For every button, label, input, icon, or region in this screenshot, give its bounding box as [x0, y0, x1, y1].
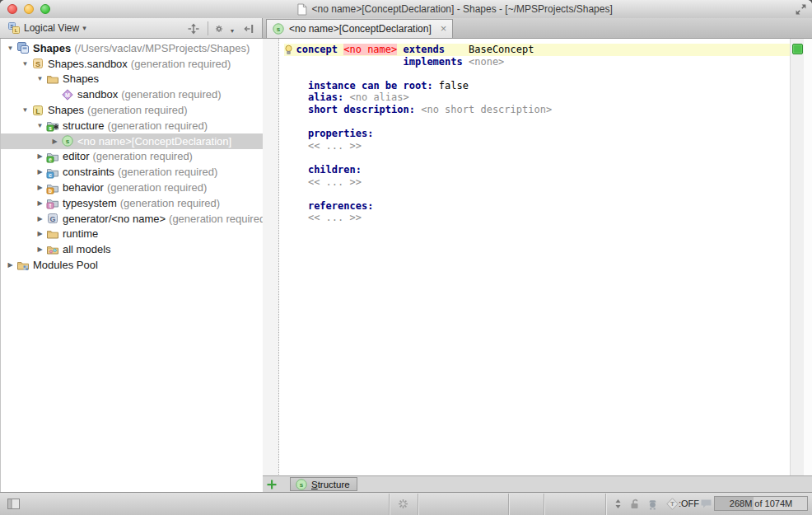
close-icon[interactable]: ×	[441, 25, 447, 33]
hector-inspector-icon[interactable]	[646, 497, 660, 511]
tree-row-shapes[interactable]: ▼Shapes(/Users/vaclav/MPSProjects/Shapes…	[1, 40, 263, 56]
error-stripe[interactable]	[790, 39, 804, 476]
tree-row-shapes-sandbox[interactable]: ▼SShapes.sandbox(generation required)	[1, 56, 263, 72]
concept-icon: s	[60, 134, 74, 147]
code-segment: << ... >>	[308, 212, 362, 223]
expand-arrow-icon[interactable]: ▶	[35, 215, 45, 222]
editor-line[interactable]: short description: <no short description…	[284, 104, 791, 116]
code-segment: references:	[308, 200, 373, 212]
tree-row-editor[interactable]: ▶eeditor(generation required)	[1, 149, 263, 165]
model-icon: M	[60, 88, 74, 101]
editor-line[interactable]: concept <no name> extends BaseConcept	[284, 44, 791, 56]
typesystem-toggle-label[interactable]: :OFF	[679, 499, 699, 508]
code-segment: properties:	[308, 128, 373, 139]
expand-arrow-icon[interactable]: ▼	[20, 106, 30, 114]
title-bar[interactable]: <no name>[ConceptDeclaration] - Shapes -…	[0, 0, 812, 19]
tree-item-label: Shapes	[33, 42, 71, 54]
tree-row-generator-no-name[interactable]: ▶Ggenerator/<no name>(generation require…	[1, 211, 263, 227]
code-segment: <none>	[469, 56, 504, 68]
editor-line[interactable]: properties:	[284, 128, 791, 140]
expand-arrow-icon[interactable]: ▶	[49, 138, 60, 145]
expand-arrow-icon[interactable]: ▼	[5, 44, 16, 52]
toggle-toolwindows-button[interactable]	[7, 497, 21, 511]
generator-icon: G	[45, 212, 59, 225]
tree-indent	[1, 171, 35, 172]
hide-panel-button[interactable]	[242, 21, 257, 36]
editor-line[interactable]	[284, 68, 791, 80]
tree-row-modules-pool[interactable]: ▶Modules Pool	[1, 257, 263, 273]
memory-indicator[interactable]: 268M of 1074M	[714, 496, 808, 511]
notifications-icon[interactable]	[699, 497, 713, 511]
tree-row-runtime[interactable]: ▶runtime	[1, 227, 263, 242]
code-segment	[397, 44, 403, 55]
view-selector-dropdown[interactable]: SL Logical View ▾	[3, 20, 91, 36]
application-window: <no name>[ConceptDeclaration] - Shapes -…	[0, 0, 812, 515]
editor-line[interactable]: children:	[284, 164, 791, 176]
editor-line[interactable]: << ... >>	[284, 140, 791, 152]
tree-row-shapes[interactable]: ▼Shapes	[1, 72, 263, 87]
expand-arrow-icon[interactable]: ▼	[35, 122, 45, 129]
expand-arrow-icon[interactable]: ▶	[35, 184, 45, 191]
expand-arrow-icon[interactable]: ▶	[35, 199, 45, 207]
editor-content[interactable]: concept <no name> extends BaseConcept im…	[279, 39, 791, 476]
language-icon: L	[30, 104, 44, 117]
document-proxy-icon[interactable]	[297, 3, 308, 16]
typesystem-toggle-icon[interactable]: T	[665, 497, 679, 511]
tree-row-typesystem[interactable]: ▶ttypesystem(generation required)	[1, 195, 263, 211]
close-window-button[interactable]	[7, 4, 17, 14]
autoscroll-button[interactable]	[186, 21, 201, 36]
project-panel-header: SL Logical View ▾ ▾	[0, 18, 263, 39]
expand-arrow-icon[interactable]: ▶	[5, 261, 16, 269]
tree-row-structure[interactable]: ▼sstructure(generation required)	[1, 118, 263, 133]
code-segment: implements	[404, 56, 463, 68]
no-errors-indicator[interactable]	[792, 44, 803, 54]
position-widget-icon[interactable]	[611, 497, 625, 511]
editor-line[interactable]: implements <none>	[284, 56, 791, 68]
expand-arrow-icon[interactable]: ▼	[20, 60, 30, 68]
tree-row-sandbox[interactable]: Msandbox(generation required)	[1, 87, 263, 102]
add-tab-button[interactable]	[265, 478, 278, 491]
expand-arrow-icon[interactable]: ▶	[35, 246, 45, 253]
folder-icon	[45, 227, 59, 241]
tree-row-all-models[interactable]: ▶all models	[1, 241, 263, 257]
statusbar-separator	[544, 494, 544, 515]
tree-row-shapes[interactable]: ▼LShapes(generation required)	[1, 102, 263, 118]
zoom-window-button[interactable]	[40, 4, 50, 14]
unlock-icon[interactable]	[628, 497, 642, 511]
tab-concept-declaration[interactable]: s <no name>[ConceptDeclaration] ×	[266, 19, 453, 38]
tree-indent	[1, 203, 35, 204]
editor-line[interactable]	[284, 152, 791, 164]
editor-line[interactable]: references:	[284, 200, 791, 213]
tab-structure[interactable]: s Structure	[290, 477, 357, 491]
editor-scrollbar[interactable]	[804, 39, 812, 476]
tree-row-behavior[interactable]: ▶bbehavior(generation required)	[1, 180, 263, 195]
tree-row-constraints[interactable]: ▶cconstraints(generation required)	[1, 164, 263, 180]
memory-text: 268M of 1074M	[715, 497, 807, 510]
expand-arrow-icon[interactable]: ▶	[35, 152, 45, 160]
tree-row-no-name-conceptdeclaration[interactable]: ▶s<no name>[ConceptDeclaration]	[1, 133, 263, 149]
expand-arrow-icon[interactable]: ▶	[35, 230, 45, 237]
editor-line[interactable]: << ... >>	[284, 176, 791, 189]
minimize-window-button[interactable]	[24, 4, 34, 14]
editor-tab-bar: s <no name>[ConceptDeclaration] ×	[263, 18, 812, 39]
code-segment	[284, 212, 308, 223]
tree-indent	[1, 233, 35, 234]
window-controls	[7, 4, 50, 14]
expand-arrow-icon[interactable]: ▼	[35, 75, 45, 82]
code-segment: instance can be root:	[308, 80, 433, 91]
solution-icon: S	[30, 57, 44, 70]
fullscreen-icon[interactable]	[795, 3, 807, 16]
svg-text:s: s	[277, 26, 281, 33]
expand-arrow-icon[interactable]: ▶	[35, 168, 45, 176]
editor-line[interactable]: alias: <no alias>	[284, 91, 791, 104]
toolbar-separator	[208, 21, 208, 35]
gear-icon[interactable]: ▾	[214, 21, 234, 36]
editor-line[interactable]	[284, 116, 791, 129]
editor-line[interactable]: instance can be root: false	[284, 80, 791, 92]
project-tool-window[interactable]: ▼Shapes(/Users/vaclav/MPSProjects/Shapes…	[0, 39, 264, 492]
code-segment	[284, 200, 308, 212]
editor-line[interactable]: << ... >>	[284, 212, 791, 224]
svg-text:L: L	[15, 28, 18, 33]
editor-line[interactable]	[284, 188, 791, 200]
behavior-icon: b	[45, 181, 59, 194]
